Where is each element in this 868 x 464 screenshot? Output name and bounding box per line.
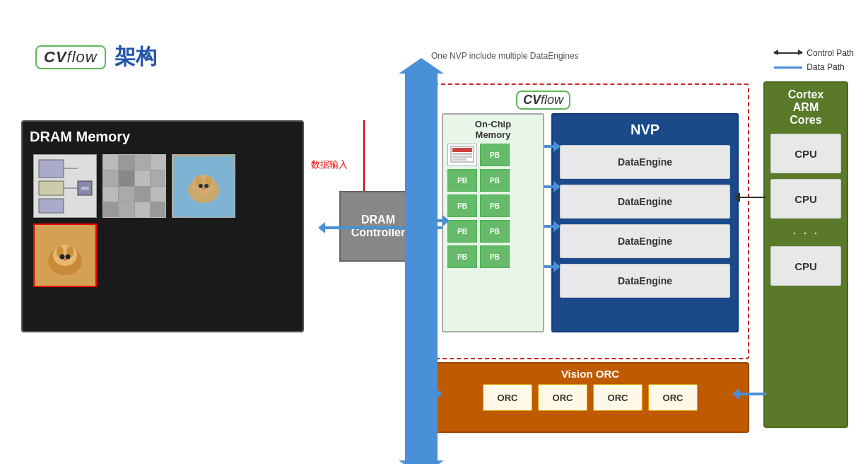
pb-icon-box xyxy=(447,144,477,166)
pb-row-2: PB PB xyxy=(447,169,539,192)
cvflow-logo-inner: CVflow xyxy=(516,91,570,110)
cvflow-logo-main: CVflow xyxy=(35,45,106,69)
data-engine-1: DataEngine xyxy=(560,145,730,179)
arrow-up-head xyxy=(399,58,444,74)
pb-box-4: PB xyxy=(447,195,477,217)
de-arrow-1 xyxy=(544,145,555,148)
nvp-title: NVP xyxy=(560,122,730,138)
svg-point-18 xyxy=(53,245,77,266)
orc-box-1: ORC xyxy=(483,384,532,411)
cat-image-1 xyxy=(172,154,235,218)
orc-box-3: ORC xyxy=(593,384,643,411)
cvflow-logo-inner-container: CVflow xyxy=(516,91,570,110)
pb-row-5: PB PB xyxy=(447,245,539,268)
legend-data-path: Data Path xyxy=(774,62,854,72)
pb-box-8: PB xyxy=(447,245,477,268)
svg-point-10 xyxy=(192,175,215,195)
svg-point-15 xyxy=(202,187,205,190)
svg-rect-27 xyxy=(452,156,472,158)
orc-arrow-head xyxy=(435,388,442,400)
dots-indicator: · · · xyxy=(770,224,841,240)
data-path-label: Data Path xyxy=(807,62,844,72)
main-page: CVflow 架构 Control Path Data Path DRAM Me… xyxy=(0,0,868,464)
svg-rect-2 xyxy=(39,181,64,195)
svg-text:RB: RB xyxy=(81,185,89,192)
on-chip-memory-block: On-ChipMemory PB PB PB PB PB xyxy=(442,113,544,332)
pb-row-1: PB xyxy=(447,144,539,166)
flow-text: flow xyxy=(67,48,98,66)
svg-rect-1 xyxy=(39,160,64,178)
control-path-label: Control Path xyxy=(807,48,854,58)
nvp-blue-box: NVP DataEngine DataEngine DataEngine Dat… xyxy=(551,113,739,332)
arrow-down-head xyxy=(399,460,444,464)
orc-row: ORC ORC ORC ORC xyxy=(440,384,741,411)
cpu-box-1: CPU xyxy=(770,134,841,173)
data-path-line xyxy=(774,66,802,69)
de-arrow-3-head xyxy=(553,221,561,232)
vision-orc-block: Vision ORC ORC ORC ORC ORC xyxy=(431,362,749,433)
svg-rect-3 xyxy=(39,199,64,213)
data-engine-2: DataEngine xyxy=(560,185,730,219)
pb-row-4: PB PB xyxy=(447,220,539,243)
svg-point-13 xyxy=(199,184,203,188)
orc-box-2: ORC xyxy=(538,384,587,411)
svg-rect-26 xyxy=(452,153,472,155)
title-chinese: 架构 xyxy=(115,42,157,71)
de-arrow-4 xyxy=(544,265,555,268)
dram-images-area: RB xyxy=(30,151,295,291)
svg-point-21 xyxy=(59,254,64,259)
vision-orc-title: Vision ORC xyxy=(440,368,741,380)
arm-to-orc-head xyxy=(732,388,739,400)
cat-image-2 xyxy=(33,224,97,287)
cpu-box-3: CPU xyxy=(770,246,841,286)
pb-box-3: PB xyxy=(480,169,510,192)
svg-point-14 xyxy=(204,184,209,188)
legend: Control Path Data Path xyxy=(774,48,854,72)
cortex-arm-block: CortexARMCores CPU CPU · · · CPU xyxy=(763,81,848,428)
ctrl-arrow-arm-to-nvp xyxy=(739,197,766,198)
pb-box-2: PB xyxy=(447,169,477,192)
arm-to-orc-arrow xyxy=(738,393,766,395)
de-arrow-2-head xyxy=(553,181,561,192)
legend-control-path: Control Path xyxy=(774,48,854,58)
dram-memory-block: DRAM Memory RB xyxy=(21,120,304,332)
dram-to-onchip-head xyxy=(442,215,450,226)
orc-to-arrow-left xyxy=(419,393,437,395)
pb-box-7: PB xyxy=(480,220,510,243)
data-engine-3: DataEngine xyxy=(560,224,730,258)
dram-ctrl-arrow-left-head xyxy=(318,222,325,233)
pb-box-6: PB xyxy=(447,220,477,243)
pb-row-3: PB PB xyxy=(447,195,539,217)
de-arrow-3 xyxy=(544,225,555,228)
de-arrow-4-head xyxy=(553,261,561,272)
data-engine-4: DataEngine xyxy=(560,264,730,298)
cv-text: CV xyxy=(44,48,67,66)
pb-box-5: PB xyxy=(480,195,510,217)
dram-ctrl-arrow-right xyxy=(324,226,442,229)
cpu-box-2: CPU xyxy=(770,179,841,219)
orc-box-4: ORC xyxy=(648,384,698,411)
pb-box-1: PB xyxy=(480,144,510,166)
grid-image xyxy=(102,154,166,218)
dram-to-onchip-arrow xyxy=(419,219,444,222)
control-path-line xyxy=(774,52,802,54)
pb-box-special-2: PB xyxy=(480,245,510,268)
main-data-arrow xyxy=(405,71,438,463)
de-arrow-1-head xyxy=(553,141,561,152)
title-area: CVflow 架构 xyxy=(35,42,157,71)
nvp-outer-label: One NVP include multiple DataEngines xyxy=(431,51,579,61)
cortex-arm-title: CortexARMCores xyxy=(770,88,841,127)
de-arrow-2 xyxy=(544,185,555,188)
svg-rect-25 xyxy=(452,148,472,152)
data-input-label: 数据输入 xyxy=(311,158,348,171)
ctrl-arrow-arm-to-nvp-head xyxy=(734,192,740,202)
svg-rect-28 xyxy=(452,158,467,161)
on-chip-memory-title: On-ChipMemory xyxy=(447,119,539,140)
svg-point-23 xyxy=(64,258,66,260)
svg-point-22 xyxy=(65,254,70,259)
diagram-image: RB xyxy=(33,154,97,218)
dram-memory-title: DRAM Memory xyxy=(30,129,295,145)
